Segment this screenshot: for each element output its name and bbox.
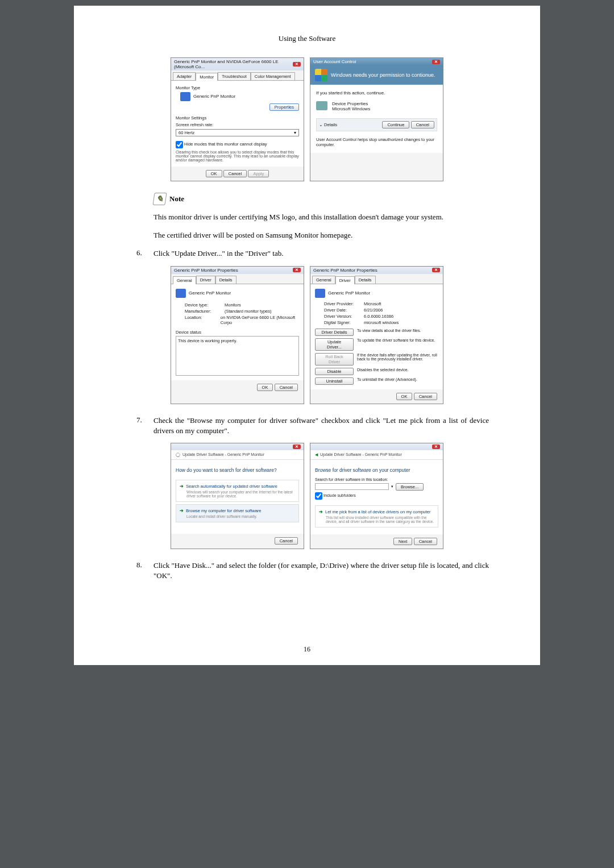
device-status-label: Device status [176,330,299,335]
step-text: Check the "Browse my computer for driver… [154,416,489,436]
dialog-footer: OK Cancel [310,389,443,404]
tab-color-management[interactable]: Color Management [251,72,295,80]
cancel-button[interactable]: Cancel [275,384,298,391]
cancel-button[interactable]: Cancel [223,170,247,177]
manufacturer-value: (Standard monitor types) [225,309,272,314]
tab-details[interactable]: Details [215,276,237,284]
close-icon[interactable]: ✕ [293,62,301,67]
apply-button[interactable]: Apply [248,170,269,177]
tab-driver[interactable]: Driver [335,276,355,284]
location-key: Location: [185,315,221,325]
document-page: Using the Software Generic PnP Monitor a… [74,6,540,665]
device-name: Generic PnP Monitor [328,290,370,296]
cancel-button[interactable]: Cancel [275,537,298,545]
figure-row-3: ✕ ◯ Update Driver Software - Generic PnP… [125,443,489,549]
note-block: ✎ Note [154,193,489,205]
tab-general[interactable]: General [312,276,335,284]
driver-details-button[interactable]: Driver Details [315,329,354,336]
tab-monitor[interactable]: Monitor [196,73,218,81]
update-driver-wizard-1: ✕ ◯ Update Driver Software - Generic PnP… [171,443,304,549]
option-sub: This list will show installed driver sof… [326,516,434,524]
monitor-settings-label: Monitor Settings [176,115,299,121]
update-driver-wizard-2: ✕ ◀ Update Driver Software - Generic PnP… [310,443,443,549]
tab-adapter[interactable]: Adapter [173,72,196,80]
include-subfolders-checkbox[interactable] [315,492,322,500]
monitor-type-label: Monitor Type [176,85,299,90]
uac-banner: Windows needs your permission to contion… [310,65,443,85]
option-search-auto[interactable]: ➔Search automatically for updated driver… [176,480,299,502]
dialog-titlebar: Generic PnP Monitor and NVIDIA GeForce 6… [171,58,304,70]
close-icon[interactable]: ✕ [293,445,301,449]
monitor-icon [180,92,190,101]
close-icon[interactable]: ✕ [432,60,440,64]
option-label: Let me pick from a list of device driver… [325,509,430,514]
rollback-driver-button[interactable]: Roll Back Driver [315,353,354,366]
hide-modes-checkbox[interactable] [176,141,183,148]
location-input[interactable] [315,483,389,490]
properties-general-dialog: Generic PnP Monitor Properties ✕ General… [171,266,304,404]
ok-button[interactable]: OK [257,384,273,391]
device-type-value: Monitors [225,302,241,308]
provider-value: Microsoft [364,301,381,306]
chevron-down-icon: ▾ [294,130,296,135]
dialog-body: How do you want to search for driver sof… [171,460,304,534]
uac-body: If you started this action, continue. De… [310,85,443,153]
arrow-icon: ➔ [180,508,184,513]
step-6: 6. Click "Update Driver..." in the "Driv… [136,248,489,259]
details-toggle[interactable]: Details [324,122,337,127]
option-browse-computer[interactable]: ➔Browse my computer for driver software … [176,504,299,522]
note-icon: ✎ [152,193,167,205]
dialog-footer: Next Cancel [310,534,443,549]
rollback-driver-desc: If the device fails after updating the d… [357,353,438,366]
disable-button[interactable]: Disable [315,368,354,375]
version-key: Driver Version: [324,314,364,319]
cancel-button[interactable]: Cancel [411,121,434,128]
dialog-footer: OK Cancel [171,380,304,394]
arrow-icon: ➔ [319,509,323,514]
dialog-title: Generic PnP Monitor and NVIDIA GeForce 6… [174,59,293,69]
arrow-icon: ➔ [180,484,184,489]
device-icon [316,101,327,110]
cancel-button[interactable]: Cancel [414,538,437,545]
close-icon[interactable]: ✕ [432,268,440,272]
uninstall-desc: To uninstall the driver (Advanced). [357,377,438,385]
close-icon[interactable]: ✕ [432,445,440,449]
step-8: 8. Click "Have Disk..." and select the f… [136,560,489,581]
ok-button[interactable]: OK [396,393,413,400]
ok-button[interactable]: OK [206,170,222,177]
next-button[interactable]: Next [393,538,412,545]
page-number: 16 [74,645,540,654]
option-sub: Locate and install driver software manua… [186,514,295,518]
device-status-box: This device is working properly. [176,336,299,376]
tab-driver[interactable]: Driver [196,276,215,284]
cancel-button[interactable]: Cancel [414,393,437,400]
refresh-rate-select[interactable]: 60 Hertz▾ [176,129,299,136]
update-driver-button[interactable]: Update Driver... [315,338,354,351]
properties-button[interactable]: Properties [269,103,299,111]
option-label: Browse my computer for driver software [186,508,262,513]
tab-troubleshoot[interactable]: Troubleshoot [218,72,251,80]
date-value: 6/21/2006 [364,308,383,313]
breadcrumb: ◀ Update Driver Software - Generic PnP M… [310,450,443,460]
tab-general[interactable]: General [173,276,196,284]
back-arrow-icon[interactable]: ◀ [315,452,318,456]
signer-value: microsoft windows [364,320,399,325]
close-icon[interactable]: ✕ [293,268,301,272]
refresh-rate-label: Screen refresh rate: [176,122,299,127]
location-value: on NVIDIA GeForce 6600 LE (Microsoft Cor… [221,315,299,325]
note-text-1: This monitor driver is under certifying … [154,212,489,222]
dialog-body: Monitor Type Generic PnP Monitor Propert… [171,81,304,167]
disable-desc: Disables the selected device. [357,368,438,375]
ms-windows-label: Microsoft Windows [332,106,370,111]
tab-details[interactable]: Details [355,276,376,284]
continue-button[interactable]: Continue [382,121,409,128]
dialog-title: Generic PnP Monitor Properties [313,268,377,273]
dialog-titlebar: Generic PnP Monitor Properties ✕ [310,267,443,274]
option-pick-from-list[interactable]: ➔Let me pick from a list of device drive… [315,505,438,528]
monitor-properties-dialog: Generic PnP Monitor and NVIDIA GeForce 6… [171,57,304,181]
uac-banner-text: Windows needs your permission to contion… [331,72,435,78]
uninstall-button[interactable]: Uninstall [315,377,354,385]
update-driver-desc: To update the driver software for this d… [357,338,438,351]
browse-button[interactable]: Browse... [396,483,424,491]
chevron-down-icon[interactable]: ▾ [391,484,393,489]
